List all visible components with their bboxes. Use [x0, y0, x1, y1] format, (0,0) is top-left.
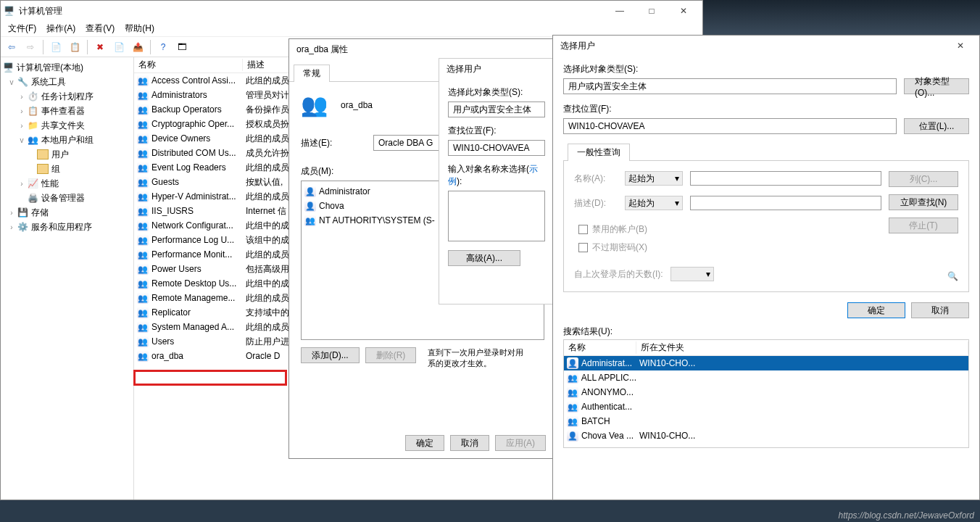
tree-users[interactable]: 用户	[51, 149, 69, 161]
forward-button[interactable]: ⇨	[22, 39, 38, 55]
name-label: 名称(A):	[574, 173, 618, 185]
sel1-type-value[interactable]: 用户或内置安全主体	[448, 102, 545, 117]
tab-general[interactable]: 常规	[294, 65, 330, 82]
sel1-title: 选择用户	[442, 63, 551, 75]
result-row[interactable]: 👥BATCH	[564, 414, 968, 428]
sel2-ok[interactable]: 确定	[847, 302, 905, 318]
back-button[interactable]: ⇦	[4, 39, 20, 55]
remove-button[interactable]: 删除(R)	[365, 347, 417, 363]
days-label: 自上次登录后的天数(I):	[574, 268, 663, 281]
days-combo[interactable]: ▾	[670, 267, 714, 281]
tree-perf[interactable]: 性能	[41, 178, 59, 190]
select-users-basic: 选择用户 选择此对象类型(S): 用户或内置安全主体 查找位置(F): WIN1…	[439, 58, 555, 304]
tree-services[interactable]: 服务和应用程序	[31, 221, 92, 233]
chevron-down-icon: ▾	[675, 173, 679, 183]
tb-icon-2[interactable]: 📋	[67, 39, 83, 55]
sel1-names-box[interactable]	[448, 191, 545, 241]
sel2-type-value[interactable]: 用户或内置安全主体	[563, 78, 897, 94]
result-row[interactable]: 👥ANONYMO...	[564, 385, 968, 399]
tree-localusers[interactable]: 本地用户和组	[41, 134, 94, 146]
sel1-loc-label: 查找位置(F):	[448, 125, 545, 137]
desc-op-combo[interactable]: 起始为▾	[625, 196, 683, 210]
menu-file[interactable]: 文件(F)	[4, 21, 41, 36]
name-op-combo[interactable]: 起始为▾	[625, 171, 683, 186]
delete-button[interactable]: ✖	[92, 39, 108, 55]
tree-systools[interactable]: 系统工具	[31, 76, 66, 88]
sel1-loc-value[interactable]: WIN10-CHOVAVEA	[448, 140, 545, 156]
menu-view[interactable]: 查看(V)	[81, 21, 119, 36]
tree-tasksched[interactable]: 任务计划程序	[41, 91, 94, 103]
props-title: ora_dba 属性	[292, 44, 553, 56]
sel2-title: 选择用户	[556, 40, 944, 52]
mmc-titlebar[interactable]: 🖥️ 计算机管理 — □ ✕	[1, 1, 702, 21]
tree-devmgr[interactable]: 设备管理器	[41, 192, 85, 204]
sel2-cancel[interactable]: 取消	[911, 302, 969, 318]
sel1-type-label: 选择此对象类型(S):	[448, 86, 545, 99]
result-row[interactable]: 👥ALL APPLIC...	[564, 370, 968, 385]
stop-button[interactable]: 停止(T)	[889, 218, 958, 233]
sel2-loc-value[interactable]: WIN10-CHOVAVEA	[563, 118, 897, 134]
tab-general-query[interactable]: 一般性查询	[568, 144, 630, 161]
col-name[interactable]: 名称	[134, 59, 243, 71]
sel2-close[interactable]: ✕	[944, 36, 976, 56]
sel2-type-label: 选择此对象类型(S):	[563, 63, 969, 75]
mmc-app-icon: 🖥️	[4, 6, 14, 16]
props-cancel[interactable]: 取消	[450, 435, 489, 451]
tree-pane[interactable]: 🖥️计算机管理(本地) v🔧系统工具 ›⏱️任务计划程序 ›📋事件查看器 ›📁共…	[1, 57, 134, 500]
props-ok[interactable]: 确定	[405, 435, 444, 451]
chk-disabled[interactable]	[578, 225, 588, 234]
props-group-name: ora_dba	[341, 100, 373, 110]
object-types-button[interactable]: 对象类型(O)...	[904, 78, 969, 94]
tree-root[interactable]: 计算机管理(本地)	[17, 62, 83, 74]
min-button[interactable]: —	[604, 1, 636, 21]
tb-icon-5[interactable]: 📤	[130, 39, 146, 55]
menu-action[interactable]: 操作(A)	[42, 21, 80, 36]
advanced-button[interactable]: 高级(A)...	[448, 250, 520, 266]
tb-icon-4[interactable]: 📄	[111, 39, 127, 55]
name-input[interactable]	[690, 171, 881, 186]
columns-button[interactable]: 列(C)...	[889, 171, 958, 187]
chk-pwd[interactable]	[578, 243, 588, 252]
search-icon: 🔍	[889, 271, 958, 281]
tb-icon-1[interactable]: 📄	[48, 39, 64, 55]
result-row[interactable]: 👥Authenticat...	[564, 399, 968, 414]
tree-eventvwr[interactable]: 事件查看器	[41, 105, 85, 117]
tree-storage[interactable]: 存储	[31, 207, 49, 219]
add-button[interactable]: 添加(D)...	[301, 347, 360, 363]
results-list[interactable]: 👤Administrat...WIN10-CHO...👥ALL APPLIC..…	[564, 356, 968, 443]
props-apply[interactable]: 应用(A)	[495, 435, 546, 451]
find-now-button[interactable]: 立即查找(N)	[889, 194, 958, 210]
res-col-name[interactable]: 名称	[564, 341, 636, 354]
chevron-down-icon: ▾	[675, 198, 679, 208]
locations-button[interactable]: 位置(L)...	[904, 118, 969, 134]
select-users-advanced: 选择用户 ✕ 选择此对象类型(S): 用户或内置安全主体 对象类型(O)... …	[552, 35, 980, 500]
res-col-folder[interactable]: 所在文件夹	[636, 341, 968, 354]
tb-icon-6[interactable]: 🗔	[174, 39, 190, 55]
sel1-enter-label: 输入对象名称来选择(示例):	[448, 163, 545, 188]
watermark: https://blog.csdn.net/JewaveOxford	[839, 510, 974, 521]
mmc-title: 计算机管理	[14, 5, 604, 17]
desc-label: 描述(E):	[301, 137, 359, 149]
desc-input2[interactable]	[690, 196, 881, 210]
result-row[interactable]: 👤Chova Vea ...WIN10-CHO...	[564, 428, 968, 443]
chevron-down-icon: ▾	[706, 269, 710, 279]
tree-shared[interactable]: 共享文件夹	[41, 120, 85, 132]
desc-label2: 描述(D):	[574, 197, 618, 210]
results-label: 搜索结果(U):	[563, 326, 969, 338]
help-button[interactable]: ?	[155, 39, 171, 55]
props-note: 直到下一次用户登录时对用 系的更改才生效。	[422, 347, 544, 369]
menu-help[interactable]: 帮助(H)	[120, 21, 159, 36]
result-row[interactable]: 👤Administrat...WIN10-CHO...	[564, 356, 968, 370]
close-button[interactable]: ✕	[668, 1, 699, 21]
tree-groups[interactable]: 组	[51, 163, 60, 175]
group-large-icon: 👥	[301, 92, 328, 117]
max-button[interactable]: □	[636, 1, 668, 21]
sel2-loc-label: 查找位置(F):	[563, 103, 969, 115]
